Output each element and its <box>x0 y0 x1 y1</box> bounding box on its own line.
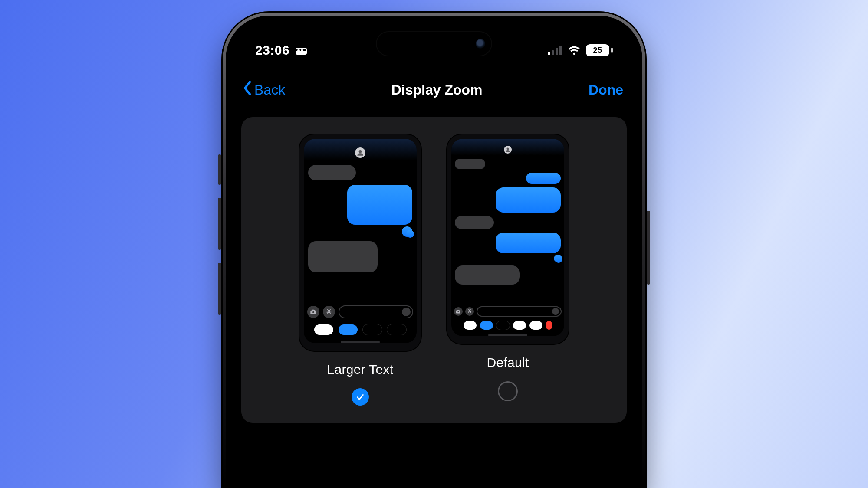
camera-icon <box>307 306 319 318</box>
option-larger-text[interactable]: Larger Text <box>299 134 421 406</box>
message-bubble-sent <box>554 255 561 262</box>
dock-item <box>496 321 510 330</box>
dock-item <box>546 321 552 330</box>
back-label: Back <box>254 82 285 98</box>
dock-item <box>314 324 333 335</box>
dock-item <box>339 324 358 335</box>
message-bubble-sent <box>496 233 561 253</box>
svg-rect-6 <box>556 48 558 56</box>
message-bubble-received <box>308 241 378 272</box>
svg-rect-8 <box>611 48 613 53</box>
option-default[interactable]: Default <box>447 134 569 406</box>
dock-item <box>387 324 406 335</box>
sleep-focus-icon <box>296 46 307 55</box>
radio-default[interactable] <box>498 381 518 401</box>
checkmark-icon <box>355 392 365 402</box>
front-camera-icon <box>476 39 485 49</box>
home-indicator-icon <box>341 341 380 343</box>
chevron-left-icon <box>242 81 253 99</box>
preview-larger-text <box>299 134 421 351</box>
voice-memo-icon <box>402 308 411 316</box>
svg-rect-5 <box>552 50 554 55</box>
preview-input-bar <box>307 305 413 318</box>
message-input-field <box>339 305 413 318</box>
svg-point-9 <box>359 150 362 153</box>
voice-memo-icon <box>552 308 559 315</box>
svg-point-11 <box>507 148 509 150</box>
preview-header <box>451 139 564 155</box>
phone-screen: 23:06 <box>229 19 639 488</box>
preview-dock <box>451 321 564 330</box>
navigation-bar: Back Display Zoom Done <box>229 63 639 112</box>
svg-rect-7 <box>559 46 562 55</box>
message-bubble-sent <box>347 185 412 225</box>
svg-rect-4 <box>548 52 551 55</box>
dynamic-island <box>377 32 491 56</box>
side-button <box>647 211 650 285</box>
preview-input-bar <box>454 306 562 317</box>
page-title: Display Zoom <box>391 82 483 98</box>
svg-point-12 <box>458 311 459 312</box>
message-bubble-sent <box>402 226 412 237</box>
dock-item <box>363 324 382 335</box>
dock-item <box>513 321 526 330</box>
cellular-signal-icon <box>548 46 562 55</box>
svg-rect-3 <box>301 49 303 51</box>
message-bubble-sent <box>496 187 561 213</box>
message-bubble-sent <box>526 173 561 184</box>
battery-indicator: 25 <box>586 44 613 56</box>
dock-item <box>529 321 542 330</box>
app-store-icon <box>465 307 474 316</box>
message-bubble-received <box>308 165 356 180</box>
message-bubble-received <box>455 159 485 169</box>
battery-percent: 25 <box>586 44 609 56</box>
phone-frame: 23:06 <box>221 11 647 488</box>
svg-point-10 <box>312 311 314 313</box>
app-store-icon <box>323 306 335 318</box>
radio-larger-text[interactable] <box>352 388 369 406</box>
preview-default <box>447 134 569 344</box>
preview-header <box>304 139 417 160</box>
volume-down-button <box>218 263 221 315</box>
wifi-icon <box>568 46 581 55</box>
preview-dock <box>304 324 417 335</box>
volume-up-button <box>218 198 221 250</box>
svg-rect-2 <box>297 49 300 51</box>
message-bubble-received <box>455 216 494 229</box>
dock-item <box>464 321 477 330</box>
camera-icon <box>454 307 463 316</box>
svg-rect-1 <box>296 51 306 54</box>
home-indicator-icon <box>488 334 527 336</box>
back-button[interactable]: Back <box>242 81 285 99</box>
message-bubble-received <box>455 265 520 285</box>
option-label-default: Default <box>487 355 529 370</box>
dock-item <box>480 321 493 330</box>
status-time: 23:06 <box>255 43 289 58</box>
option-label-larger-text: Larger Text <box>327 362 394 377</box>
contact-avatar-icon <box>355 147 365 158</box>
done-button[interactable]: Done <box>589 82 623 98</box>
message-input-field <box>477 306 562 317</box>
contact-avatar-icon <box>504 146 512 154</box>
mute-switch <box>218 154 221 185</box>
zoom-options-panel: Larger Text <box>241 117 627 423</box>
